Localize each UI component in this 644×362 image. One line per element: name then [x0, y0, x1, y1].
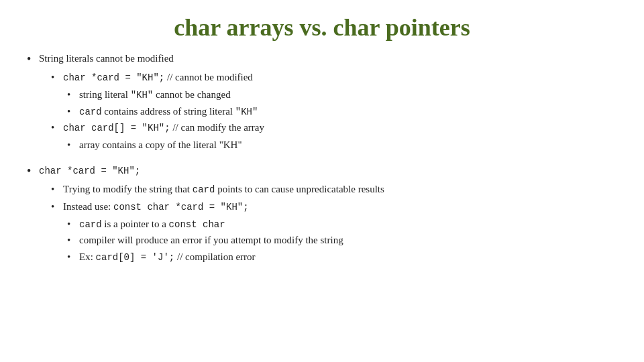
section1-l2-1-text: char *card = "KH"; // cannot be modified: [63, 70, 253, 86]
bullet-dot: •: [67, 249, 79, 265]
section1-l3-3-text: array contains a copy of the literal "KH…: [79, 137, 242, 153]
section2-l3-2-text: compiler will produce an error if you at…: [79, 233, 343, 248]
section2-l2-2-text: Instead use: const char *card = "KH";: [63, 199, 249, 215]
section2-l2-1: • Trying to modify the string that card …: [51, 182, 617, 198]
section1-l3-3: • array contains a copy of the literal "…: [67, 137, 617, 153]
code-char-ptr-decl: char *card = "KH";: [63, 72, 164, 83]
section2-l3-3-text: Ex: card[0] = 'J'; // compilation error: [79, 249, 256, 265]
section2-l3-2: • compiler will produce an error if you …: [67, 233, 617, 248]
code-card-ref: card: [193, 184, 215, 195]
section1-l2-2-text: char card[] = "KH"; // can modify the ar…: [63, 120, 264, 136]
page-title: char arrays vs. char pointers: [27, 13, 617, 42]
code-kh-literal2: "KH": [235, 107, 258, 117]
code-char-arr-decl: char card[] = "KH";: [63, 123, 170, 133]
bullet-dot: •: [51, 182, 63, 197]
code-kh-literal: "KH": [131, 90, 154, 101]
bullet-dot: •: [67, 233, 79, 248]
section1-l3-2: • card contains address of string litera…: [67, 104, 617, 120]
section1-l3-2-text: card contains address of string literal …: [79, 104, 258, 120]
section2-l3-1: • card is a pointer to a const char: [67, 217, 617, 233]
section2-l1-1: • char *card = "KH";: [27, 163, 617, 180]
main-content: • String literals cannot be modified • c…: [27, 51, 617, 265]
code-const-char: const char *card = "KH";: [113, 202, 249, 213]
section2-l2-2: • Instead use: const char *card = "KH";: [51, 199, 617, 215]
section1-l3-1: • string literal "KH" cannot be changed: [67, 87, 617, 103]
bullet-dot: •: [27, 163, 39, 180]
bullet-dot: •: [51, 199, 63, 215]
code-const-char-type: const char: [169, 219, 225, 230]
bullet-dot: •: [67, 217, 79, 232]
bullet-dot: •: [67, 137, 79, 153]
code-char-ptr-2: char *card = "KH";: [39, 166, 140, 176]
bullet-dot: •: [67, 87, 79, 103]
section2-l3-3: • Ex: card[0] = 'J'; // compilation erro…: [67, 249, 617, 265]
code-card-var: card: [79, 107, 102, 117]
section1-l1-text: String literals cannot be modified: [39, 51, 174, 66]
section2-l1-1-text: char *card = "KH";: [39, 163, 140, 179]
code-ex-compile-err: card[0] = 'J';: [96, 252, 175, 263]
bullet-dot: •: [51, 120, 63, 135]
section1-l3-1-text: string literal "KH" cannot be changed: [79, 87, 231, 103]
bullet-dot: •: [51, 70, 63, 85]
code-card-ref2: card: [79, 219, 102, 230]
section2-l2-1-text: Trying to modify the string that card po…: [63, 182, 384, 198]
section2-l3-1-text: card is a pointer to a const char: [79, 217, 225, 233]
bullet-dot: •: [67, 104, 79, 119]
bullet-dot: •: [27, 51, 39, 68]
section-gap: [27, 154, 617, 163]
section1-l2-1: • char *card = "KH"; // cannot be modifi…: [51, 70, 617, 86]
section1-l2-2: • char card[] = "KH"; // can modify the …: [51, 120, 617, 136]
section1-l1: • String literals cannot be modified: [27, 51, 617, 68]
